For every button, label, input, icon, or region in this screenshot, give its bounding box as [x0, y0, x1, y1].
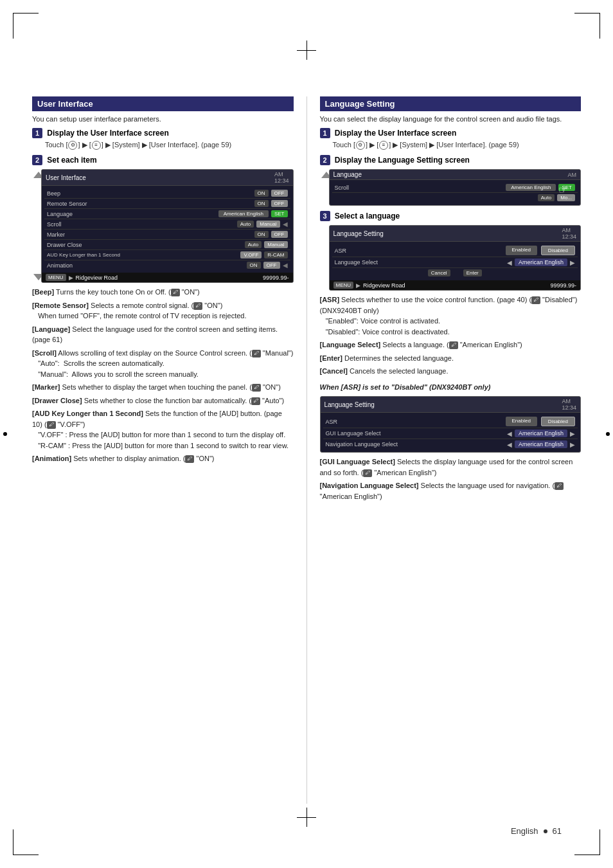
lang-select-row: Language Select ◀ American English ▶ — [332, 257, 578, 268]
lang-input[interactable]: American English — [506, 184, 556, 191]
drawer-controls: Auto Manual — [245, 241, 288, 248]
lang-asr-row: ASR Enabled Disabled — [332, 244, 578, 257]
desc-cancel: [Cancel] Cancels the selected language. — [320, 366, 582, 377]
lang-step3-screen: Language Setting AM12:34 ASR Enabled Dis… — [329, 225, 582, 291]
lang-right-arrow[interactable]: ▶ — [570, 259, 575, 266]
r-home-icon: ⚙ — [356, 141, 365, 150]
right-section-header: Language Setting — [320, 96, 582, 111]
disabled-screen-body: ASR Enabled Disabled GUI Language Select… — [321, 413, 581, 452]
desc-animation: [Animation] Sets whether to display anim… — [32, 453, 294, 464]
dis-disabled-btn[interactable]: Disabled — [541, 417, 575, 426]
dis-enabled-btn[interactable]: Enabled — [506, 417, 537, 426]
screen-footer: MENU ▶ Ridgeview Road 99999.99- — [42, 273, 293, 282]
nav-left-arrow[interactable]: ◀ — [507, 441, 512, 448]
gui-lang-value: American English — [515, 429, 567, 437]
r-menu-icon: ≡ — [379, 141, 388, 150]
screen-row-beep: Beep ON OFF — [44, 188, 290, 199]
lang-step3-body: ASR Enabled Disabled Language Select ◀ A… — [330, 242, 581, 280]
right-step3-num: 3 — [320, 211, 330, 221]
menu-button[interactable]: MENU — [46, 274, 66, 281]
scroll-auto-btn[interactable]: Auto — [237, 221, 254, 228]
menu-icon: ≡ — [92, 141, 101, 150]
beep-off-btn[interactable]: OFF — [271, 190, 288, 197]
animation-on-btn[interactable]: ON — [247, 262, 261, 269]
edit-icon-drawer: 🖊 — [251, 397, 260, 405]
beep-on-btn[interactable]: ON — [254, 190, 269, 197]
screen-row-remote-sensor: Remote Sensor ON OFF — [44, 199, 290, 209]
nav-lang-row: Navigation Language Select ◀ American En… — [323, 439, 578, 449]
marker-on-btn[interactable]: ON — [254, 231, 269, 238]
edit-icon-marker: 🖊 — [252, 384, 261, 392]
asr-enabled-btn[interactable]: Enabled — [506, 246, 537, 255]
gui-right-arrow[interactable]: ▶ — [570, 430, 575, 437]
screen-title: User Interface — [46, 174, 86, 181]
desc-gui-lang: [GUI Language Select] Selects the displa… — [320, 457, 582, 478]
page-dot — [544, 829, 547, 833]
language-controls: American English SET — [218, 210, 288, 217]
lang-select-value: American English — [515, 258, 567, 266]
dis-asr-row: ASR Enabled Disabled — [323, 415, 578, 428]
desc-lang-select: [Language Select] Selects a language. (🖊… — [320, 339, 582, 350]
asr-disabled-btn[interactable]: Disabled — [541, 246, 575, 255]
right-step2-num: 2 — [320, 155, 330, 165]
animation-icon: ◀ — [283, 262, 288, 269]
animation-off-btn[interactable]: OFF — [263, 262, 280, 269]
lang-bottom-btns: Cancel Enter — [332, 268, 578, 278]
screen-row-scroll: Scroll Auto Manual ◀ — [44, 219, 290, 230]
left-step1-num: 1 — [32, 128, 42, 138]
desc-remote-sensor: [Remote Sensor] Selects a remote control… — [32, 300, 294, 321]
crosshair-top — [306, 50, 307, 51]
marker-off-btn[interactable]: OFF — [271, 231, 288, 238]
corner-mark-tr — [574, 13, 600, 39]
edit-icon-aud: 🖊 — [47, 421, 56, 429]
edit-icon-lang: 🖊 — [449, 341, 458, 349]
right-step2-title: 2 Display the Language Setting screen — [320, 155, 582, 165]
lang-scroll-controls: Auto Mo... — [538, 194, 575, 201]
cancel-btn[interactable]: Cancel — [428, 269, 450, 276]
left-step2-title: 2 Set each item — [32, 155, 294, 165]
desc-language: [Language] Select the language used for … — [32, 324, 294, 345]
left-section-intro: You can setup user interface parameters. — [32, 115, 294, 123]
auto-btn[interactable]: Auto — [538, 194, 555, 201]
drawer-auto-btn[interactable]: Auto — [245, 241, 262, 248]
disabled-screen: Language Setting AM12:34 ASR Enabled Dis… — [320, 396, 582, 453]
desc-drawer: [Drawer Close] Sets whether to close the… — [32, 395, 294, 406]
nav-right-arrow[interactable]: ▶ — [570, 441, 575, 448]
screen-header: User Interface AM12:34 — [42, 170, 293, 186]
lang-footer-left: MENU ▶ Ridgeview Road — [333, 282, 405, 289]
remote-off-btn[interactable]: OFF — [271, 200, 288, 207]
home-icon: ⚙ — [68, 141, 77, 150]
edit-icon-nav: 🖊 — [555, 482, 564, 490]
language-input[interactable]: American English — [218, 210, 269, 217]
gui-left-arrow[interactable]: ◀ — [507, 430, 512, 437]
desc-asr: [ASR] Selects whether to use the voice c… — [320, 294, 582, 337]
user-interface-screen: User Interface AM12:34 Beep ON OFF Remo — [41, 169, 294, 283]
crosshair-bottom — [306, 817, 307, 818]
enter-btn[interactable]: Enter — [463, 269, 482, 276]
lang-left-arrow[interactable]: ◀ — [507, 259, 512, 266]
scroll-manual-btn[interactable]: Manual — [256, 221, 280, 228]
lang-step2-body: Scroll American English SET Auto Mo... — [330, 180, 581, 205]
aud-voff-btn[interactable]: V.OFF — [240, 251, 262, 258]
edit-icon-remote: 🖊 — [193, 302, 202, 310]
lang-menu-button[interactable]: MENU — [333, 282, 354, 289]
right-panel: Language Setting You can select the disp… — [306, 96, 582, 804]
desc-aud: [AUD Key Longer than 1 Second] Sets the … — [32, 408, 294, 451]
remote-on-btn[interactable]: ON — [254, 200, 269, 207]
nav-icon: ▶ — [69, 275, 73, 281]
aud-rcam-btn[interactable]: R-CAM — [264, 251, 287, 258]
animation-controls: ON OFF ◀ — [247, 262, 288, 269]
lang-select-controls: ◀ American English ▶ — [507, 258, 575, 266]
edit-icon-gui: 🖊 — [363, 469, 372, 477]
lang-step3-footer: MENU ▶ Ridgeview Road 99999.99- — [330, 280, 581, 290]
language-set-btn[interactable]: SET — [271, 210, 288, 217]
left-panel: User Interface You can setup user interf… — [32, 96, 294, 804]
main-content: User Interface You can setup user interf… — [32, 96, 581, 804]
gui-lang-row: GUI Language Select ◀ American English ▶ — [323, 428, 578, 439]
lang-step2-screen: Language AM Scroll American English SET — [329, 169, 582, 206]
price-display: 99999.99- — [263, 275, 289, 281]
drawer-manual-btn[interactable]: Manual — [264, 241, 287, 248]
right-step3-title: 3 Select a language — [320, 211, 582, 221]
aud-controls: V.OFF R-CAM — [240, 251, 287, 258]
asr-toggle: Enabled Disabled — [506, 246, 576, 255]
